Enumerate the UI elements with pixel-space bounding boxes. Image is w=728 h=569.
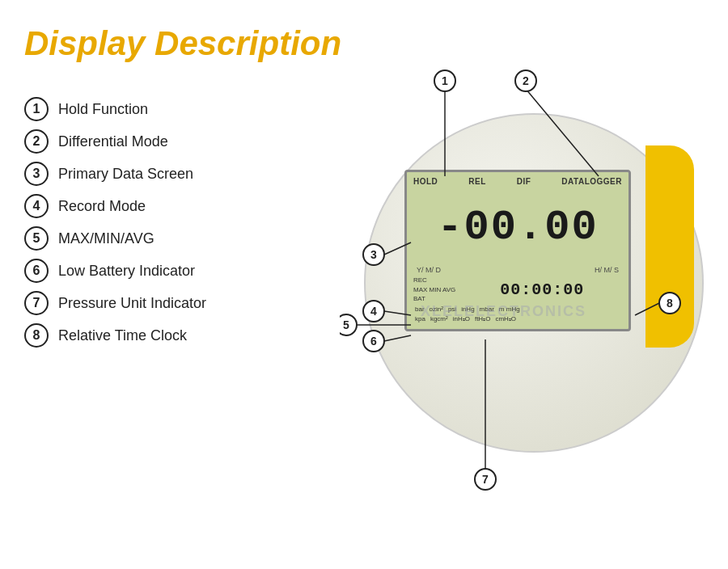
svg-point-13	[340, 314, 357, 335]
legend-item-6: 6 Low Battery Indicator	[24, 259, 206, 283]
lcd-datalogger: DATALOGGER	[561, 177, 622, 186]
legend-label-4: Record Mode	[58, 198, 146, 215]
legend-num-2: 2	[24, 129, 49, 154]
legend-item-5: 5 MAX/MIN/AVG	[24, 226, 206, 251]
lcd-bat: BAT	[413, 294, 455, 303]
legend-label-5: MAX/MIN/AVG	[58, 230, 154, 247]
legend-list: 1 Hold Function 2 Differential Mode 3 Pr…	[24, 97, 206, 356]
legend-num-4: 4	[24, 194, 49, 218]
lcd-mid-row: REC MAX MIN AVG BAT 00:00:00	[413, 276, 622, 303]
legend-label-2: Differential Mode	[58, 133, 168, 150]
legend-num-5: 5	[24, 226, 49, 251]
legend-label-7: Pressure Unit Indicator	[58, 295, 206, 312]
lcd-dif: DIF	[517, 177, 531, 186]
legend-item-2: 2 Differential Mode	[24, 129, 206, 154]
lcd-top-indicators: HOLD REL DIF DATALOGGER	[413, 177, 622, 186]
legend-item-7: 7 Pressure Unit Indicator	[24, 291, 206, 315]
legend-item-1: 1 Hold Function	[24, 97, 206, 121]
legend-label-1: Hold Function	[58, 101, 148, 118]
lcd-mid-labels: REC MAX MIN AVG BAT	[413, 276, 455, 303]
lcd-date-left: Y/ M/ D	[417, 266, 441, 274]
page-title: Display Description	[24, 24, 341, 63]
lcd-time-value: 00:00:00	[462, 280, 622, 299]
legend-item-3: 3 Primary Data Screen	[24, 162, 206, 186]
lcd-date-row: Y/ M/ D H/ M/ S	[413, 266, 622, 274]
legend-label-8: Relative Time Clock	[58, 327, 187, 344]
lcd-max-min-avg: MAX MIN AVG	[413, 285, 455, 294]
device-yellow-accent	[645, 145, 694, 348]
lcd-hold: HOLD	[413, 177, 438, 186]
svg-text:7: 7	[482, 473, 489, 486]
svg-point-1	[434, 70, 455, 91]
lcd-rel: REL	[468, 177, 486, 186]
legend-num-3: 3	[24, 162, 49, 186]
legend-num-6: 6	[24, 259, 49, 283]
legend-label-6: Low Battery Indicator	[58, 263, 195, 280]
legend-num-1: 1	[24, 97, 49, 121]
lcd-rec: REC	[413, 276, 455, 284]
svg-text:2: 2	[523, 74, 529, 87]
svg-point-4	[515, 70, 536, 91]
svg-text:1: 1	[442, 74, 448, 87]
svg-text:5: 5	[343, 318, 349, 331]
legend-item-8: 8 Relative Time Clock	[24, 323, 206, 348]
svg-point-19	[475, 469, 496, 490]
legend-label-3: Primary Data Screen	[58, 166, 193, 183]
device-diagram: HOLD REL DIF DATALOGGER -00.00 Y/ M/ D H…	[340, 65, 712, 542]
legend-num-8: 8	[24, 323, 49, 348]
legend-num-7: 7	[24, 291, 49, 315]
legend-item-4: 4 Record Mode	[24, 194, 206, 218]
lcd-date-right: H/ M/ S	[595, 266, 619, 274]
lcd-main-value: -00.00	[413, 192, 622, 263]
watermark: XLELELECTRONICS	[421, 303, 586, 320]
